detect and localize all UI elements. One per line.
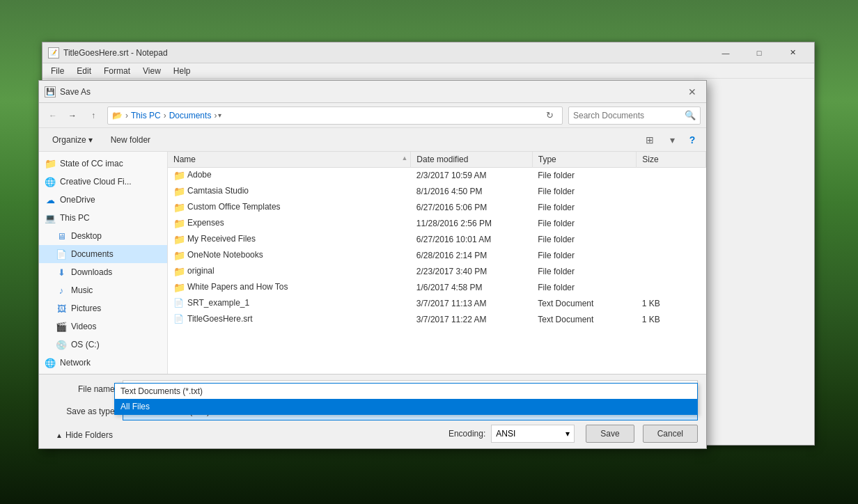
menu-format[interactable]: Format <box>98 65 136 77</box>
nav-forward-button[interactable]: → <box>64 107 81 124</box>
sidebar-item-network[interactable]: 🌐 Network <box>39 354 167 372</box>
cloud-icon-onedrive: ☁ <box>45 194 56 205</box>
cell-date: 11/28/2016 2:56 PM <box>411 216 532 232</box>
sidebar-item-onedrive[interactable]: ☁ OneDrive <box>39 191 167 209</box>
table-header-row: Name ▲ Date modified Type Size <box>168 152 706 168</box>
table-row[interactable]: 📁original 2/23/2017 3:40 PM File folder <box>168 264 706 280</box>
sidebar-item-documents[interactable]: 📄 Documents <box>39 245 167 263</box>
breadcrumb-bar[interactable]: 📂 › This PC › Documents › ▾ ↻ <box>107 107 563 125</box>
cell-name: 📄TitleGoesHere.srt <box>168 312 411 328</box>
nav-back-button[interactable]: ← <box>45 107 61 124</box>
sidebar-item-os-c[interactable]: 💿 OS (C:) <box>39 336 167 354</box>
encoding-select[interactable]: ANSI ▾ <box>491 425 575 443</box>
dialog-titlebar: 💾 Save As ✕ <box>39 81 706 103</box>
table-row[interactable]: 📁My Received Files 6/27/2016 10:01 AM Fi… <box>168 232 706 248</box>
nav-up-button[interactable]: ↑ <box>85 107 102 124</box>
breadcrumb-documents[interactable]: Documents <box>169 111 212 120</box>
encoding-value: ANSI <box>496 429 515 439</box>
organize-button[interactable]: Organize ▾ <box>45 131 100 149</box>
column-header-name[interactable]: Name ▲ <box>168 152 411 168</box>
folder-icon: 📁 <box>173 186 185 197</box>
videos-icon: 🎬 <box>56 321 67 332</box>
dropdown-item-all-files[interactable]: All Files <box>115 399 697 414</box>
desktop-icon: 🖥 <box>56 230 67 242</box>
sidebar-label-downloads: Downloads <box>71 267 112 277</box>
notepad-menubar: File Edit Format View Help <box>42 63 814 79</box>
menu-file[interactable]: File <box>45 65 70 77</box>
sidebar-label-creative-cloud: Creative Cloud Fi... <box>60 177 132 187</box>
column-header-date[interactable]: Date modified <box>411 152 532 168</box>
sidebar: 📁 State of CC imac 🌐 Creative Cloud Fi..… <box>39 152 168 374</box>
hide-folders-area: ▲ Hide Folders <box>47 427 443 440</box>
menu-edit[interactable]: Edit <box>71 65 97 77</box>
new-folder-button[interactable]: New folder <box>103 131 158 149</box>
table-row[interactable]: 📁OneNote Notebooks 6/28/2016 2:14 PM Fil… <box>168 248 706 264</box>
file-list: Name ▲ Date modified Type Size <box>168 152 706 374</box>
folder-icon-creative-cloud: 🌐 <box>45 176 56 187</box>
notepad-close-button[interactable]: ✕ <box>777 42 809 63</box>
table-row[interactable]: 📁Custom Office Templates 6/27/2016 5:06 … <box>168 200 706 216</box>
cell-size <box>637 184 706 200</box>
column-header-type[interactable]: Type <box>532 152 637 168</box>
sidebar-item-pictures[interactable]: 🖼 Pictures <box>39 299 167 317</box>
menu-help[interactable]: Help <box>168 65 196 77</box>
sidebar-item-creative-cloud[interactable]: 🌐 Creative Cloud Fi... <box>39 173 167 191</box>
cell-type: File folder <box>532 184 637 200</box>
cell-type: Text Document <box>532 312 637 328</box>
breadcrumb-icon: 📂 <box>112 111 123 120</box>
help-button[interactable]: ? <box>684 132 701 148</box>
cell-size <box>637 280 706 296</box>
notepad-app-icon: 📝 <box>48 47 59 58</box>
sidebar-label-pictures: Pictures <box>71 304 101 313</box>
save-button[interactable]: Save <box>586 425 634 443</box>
breadcrumb-dropdown-button[interactable]: ▾ <box>217 111 223 119</box>
cell-date: 6/28/2016 2:14 PM <box>411 248 532 264</box>
menu-view[interactable]: View <box>137 65 166 77</box>
sort-arrow-icon: ▲ <box>401 155 407 162</box>
search-icon: 🔍 <box>685 110 696 120</box>
notepad-maximize-button[interactable]: □ <box>743 42 775 63</box>
table-row[interactable]: 📁Camtasia Studio 8/1/2016 4:50 PM File f… <box>168 184 706 200</box>
encoding-label: Encoding: <box>448 429 485 439</box>
table-row[interactable]: 📄SRT_example_1 3/7/2017 11:13 AM Text Do… <box>168 296 706 312</box>
cell-type: File folder <box>532 264 637 280</box>
folder-icon: 📁 <box>173 266 185 277</box>
notepad-minimize-button[interactable]: — <box>710 42 742 63</box>
cell-name: 📁My Received Files <box>168 232 411 248</box>
refresh-button[interactable]: ↻ <box>541 107 558 124</box>
cell-name: 📁Camtasia Studio <box>168 184 411 200</box>
column-header-size[interactable]: Size <box>637 152 706 168</box>
downloads-icon: ⬇ <box>56 267 67 278</box>
dialog-title: Save As <box>60 87 91 97</box>
sidebar-item-music[interactable]: ♪ Music <box>39 281 167 299</box>
cell-size <box>637 264 706 280</box>
sidebar-item-desktop[interactable]: 🖥 Desktop <box>39 227 167 245</box>
dialog-title-area: 💾 Save As <box>45 86 91 97</box>
cell-name: 📁White Papers and How Tos <box>168 280 411 296</box>
file-name-label: File name: <box>47 384 117 394</box>
table-row[interactable]: 📁Expenses 11/28/2016 2:56 PM File folder <box>168 216 706 232</box>
view-dropdown-button[interactable]: ▾ <box>663 131 681 149</box>
sidebar-item-state-of-imac[interactable]: 📁 State of CC imac <box>39 155 167 173</box>
view-options-button[interactable]: ⊞ <box>641 131 659 149</box>
hide-folders-label[interactable]: Hide Folders <box>65 430 113 440</box>
sidebar-item-downloads[interactable]: ⬇ Downloads <box>39 263 167 281</box>
documents-icon: 📄 <box>56 249 67 260</box>
dialog-close-button[interactable]: ✕ <box>684 84 701 100</box>
dialog-bottom: File name: TitleGoesHere.srt ▾ Save as t… <box>39 374 706 448</box>
table-row[interactable]: 📄TitleGoesHere.srt 3/7/2017 11:22 AM Tex… <box>168 312 706 328</box>
breadcrumb-this-pc[interactable]: This PC <box>131 111 161 120</box>
search-input[interactable] <box>573 111 685 120</box>
sidebar-item-videos[interactable]: 🎬 Videos <box>39 317 167 336</box>
organize-arrow: ▾ <box>88 135 93 145</box>
cell-type: File folder <box>532 248 637 264</box>
file-name-cell: OneNote Notebooks <box>187 250 263 260</box>
dropdown-item-text-doc[interactable]: Text Documents (*.txt) <box>115 384 697 399</box>
table-row[interactable]: 📁White Papers and How Tos 1/6/2017 4:58 … <box>168 280 706 296</box>
table-row[interactable]: 📁Adobe 2/3/2017 10:59 AM File folder <box>168 168 706 184</box>
file-name-cell: Expenses <box>187 218 224 228</box>
search-box[interactable]: 🔍 <box>568 107 701 125</box>
network-icon: 🌐 <box>45 357 56 368</box>
cancel-button[interactable]: Cancel <box>643 425 698 443</box>
sidebar-item-this-pc[interactable]: 💻 This PC <box>39 209 167 227</box>
